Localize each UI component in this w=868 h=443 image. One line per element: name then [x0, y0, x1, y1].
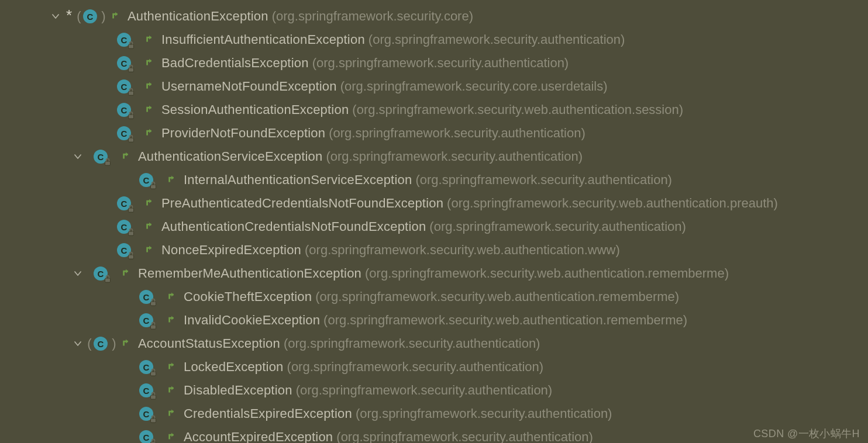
lock-icon: [128, 88, 135, 96]
lock-icon: [128, 41, 135, 49]
package-name: (org.springframework.security.authentica…: [356, 406, 612, 421]
indent: [7, 40, 94, 40]
class-icon: C: [139, 289, 156, 305]
package-name: (org.springframework.security.authentica…: [429, 219, 686, 234]
package-name: (org.springframework.security.authentica…: [312, 56, 569, 71]
lock-icon: [128, 134, 135, 143]
indent: [7, 250, 94, 251]
expand-toggle[interactable]: [70, 269, 85, 278]
package-name: (org.springframework.security.authentica…: [415, 172, 672, 188]
inheritor-icon: [111, 9, 122, 24]
lock-icon: [128, 111, 135, 119]
chevron-down-icon: [73, 339, 82, 348]
tree-row[interactable]: (C)ProviderNotFoundException (org.spring…: [0, 122, 868, 145]
tree-row[interactable]: (C)SessionAuthenticationException (org.s…: [0, 98, 868, 122]
lock-icon: [150, 415, 157, 423]
expand-toggle[interactable]: [70, 339, 85, 348]
inheritor-icon: [145, 56, 156, 71]
tree-row[interactable]: (C)InvalidCookieException (org.springfra…: [0, 309, 868, 332]
inheritor-icon: [122, 266, 132, 281]
chevron-down-icon: [73, 269, 82, 278]
modified-marker: *: [63, 8, 75, 23]
indent: [7, 390, 116, 391]
expand-toggle[interactable]: [48, 12, 63, 21]
indent: [7, 110, 94, 110]
tree-row[interactable]: (C)InsufficientAuthenticationException (…: [0, 28, 868, 51]
package-name: (org.springframework.security.web.authen…: [323, 313, 687, 328]
class-name: InvalidCookieException: [184, 313, 320, 328]
class-icon: C: [139, 359, 156, 375]
package-name: (org.springframework.security.web.authen…: [305, 243, 620, 258]
indent: [7, 86, 94, 87]
class-name: InsufficientAuthenticationException: [161, 32, 365, 47]
indent: [7, 367, 116, 368]
expand-toggle[interactable]: [70, 152, 85, 161]
inheritor-icon: [167, 359, 178, 375]
indent: [7, 297, 116, 297]
tree-row[interactable]: (C)RememberMeAuthenticationException (or…: [0, 262, 868, 285]
package-name: (org.springframework.security.web.authen…: [315, 289, 679, 304]
class-icon: C: [117, 242, 133, 258]
indent: [7, 63, 94, 64]
close-paren: ): [110, 336, 118, 351]
lock-icon: [104, 275, 111, 283]
indent: [7, 227, 94, 227]
indent: [7, 320, 116, 321]
class-name: AuthenticationCredentialsNotFoundExcepti…: [161, 219, 426, 234]
lock-icon: [128, 64, 135, 72]
chevron-down-icon: [51, 12, 60, 21]
class-name: UsernameNotFoundException: [161, 79, 337, 94]
tree-row[interactable]: (C)AccountStatusException (org.springfra…: [0, 332, 868, 355]
tree-row[interactable]: (C)CredentialsExpiredException (org.spri…: [0, 402, 868, 425]
indent: [7, 344, 70, 344]
indent: [7, 16, 48, 17]
inheritor-icon: [167, 383, 178, 398]
class-name: SessionAuthenticationException: [161, 102, 349, 117]
tree-row[interactable]: (C)UsernameNotFoundException (org.spring…: [0, 75, 868, 98]
inheritor-icon: [145, 219, 156, 234]
class-icon: C: [139, 406, 156, 422]
class-name: DisabledException: [184, 383, 292, 398]
package-name: (org.springframework.security.authentica…: [329, 126, 585, 141]
inheritor-icon: [145, 102, 156, 117]
class-icon: C: [94, 148, 110, 165]
package-name: (org.springframework.security.authentica…: [284, 336, 540, 351]
class-icon: C: [139, 172, 156, 188]
class-icon: C: [117, 102, 133, 118]
tree-row[interactable]: (C)AuthenticationCredentialsNotFoundExce…: [0, 215, 868, 238]
indent: [7, 274, 70, 274]
indent: [7, 437, 116, 438]
class-icon: C: [139, 312, 156, 328]
class-name: AuthenticationServiceException: [138, 149, 322, 164]
tree-row[interactable]: (C)AccountExpiredException (org.springfr…: [0, 425, 868, 443]
lock-icon: [104, 158, 111, 166]
tree-row[interactable]: (C)LockedException (org.springframework.…: [0, 355, 868, 379]
class-icon: C: [117, 78, 133, 95]
lock-icon: [150, 392, 157, 400]
tree-row[interactable]: (C)NonceExpiredException (org.springfram…: [0, 238, 868, 262]
close-paren: ): [99, 9, 108, 24]
inheritor-icon: [167, 289, 178, 304]
lock-icon: [150, 438, 157, 443]
package-name: (org.springframework.security.authentica…: [287, 359, 544, 375]
tree-row[interactable]: (C)InternalAuthenticationServiceExceptio…: [0, 168, 868, 192]
class-icon: C: [83, 8, 99, 25]
tree-row[interactable]: (C)DisabledException (org.springframewor…: [0, 379, 868, 402]
class-icon: C: [117, 219, 133, 235]
class-icon: C: [117, 32, 133, 48]
inheritor-icon: [145, 32, 156, 47]
inheritor-icon: [167, 430, 178, 443]
tree-row[interactable]: (C)AuthenticationServiceException (org.s…: [0, 145, 868, 168]
class-name: CredentialsExpiredException: [184, 406, 352, 421]
inheritor-icon: [122, 149, 132, 164]
class-icon: C: [117, 55, 133, 71]
package-name: (org.springframework.security.authentica…: [326, 149, 583, 164]
tree-row[interactable]: (C)BadCredentialsException (org.springfr…: [0, 51, 868, 75]
inheritor-icon: [167, 406, 178, 421]
tree-row[interactable]: (C)PreAuthenticatedCredentialsNotFoundEx…: [0, 192, 868, 215]
class-icon: C: [139, 382, 156, 399]
tree-row[interactable]: *(C)AuthenticationException (org.springf…: [0, 5, 868, 28]
class-icon: C: [94, 335, 110, 352]
package-name: (org.springframework.security.core.userd…: [340, 79, 608, 94]
tree-row[interactable]: (C)CookieTheftException (org.springframe…: [0, 285, 868, 309]
